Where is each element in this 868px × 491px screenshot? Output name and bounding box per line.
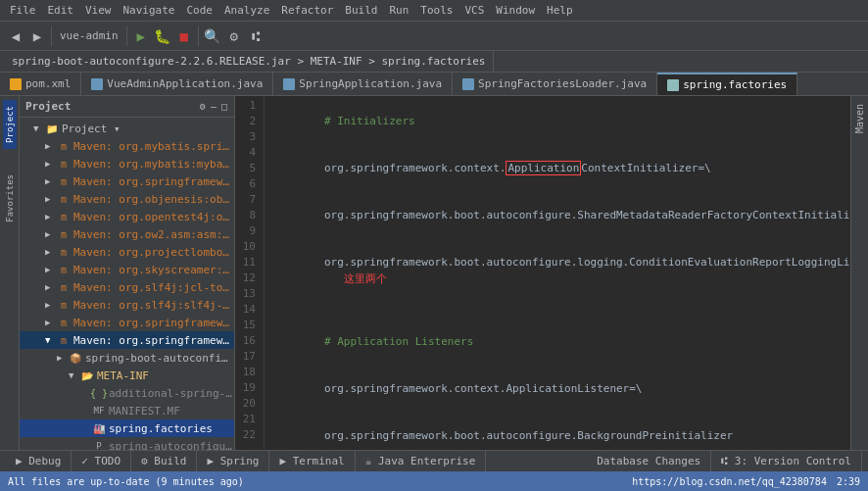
tl6: Maven: org.ow2.asm:asm:5.0.4 xyxy=(73,228,232,241)
tree-item-jar[interactable]: ▶ 📦 spring-boot-autoconfigure-2.2.6.RELE… xyxy=(20,349,234,367)
menubar-help[interactable]: Help xyxy=(541,2,579,19)
tree-item-project[interactable]: ▼ 📁 Project ▾ xyxy=(20,120,234,137)
tree-item-additional-spring[interactable]: { } additional-spring-configuration-meta… xyxy=(20,384,234,402)
right-panel-tabs: Maven xyxy=(850,96,868,450)
ta7: ▶ xyxy=(45,247,57,257)
tree-item-meta-inf[interactable]: ▼ 📂 META-INF xyxy=(20,367,234,384)
menubar-view[interactable]: View xyxy=(79,2,118,19)
tree-item-lombok[interactable]: ▶ m Maven: org.projectlombok:lombok:1.18… xyxy=(20,243,234,261)
maven-icon-8: m xyxy=(57,263,71,276)
tl3: Maven: org.springframework.boot:spring-b… xyxy=(73,175,232,188)
toolbar-project-label: vue-admin xyxy=(56,29,122,42)
sidebar-icon-expand[interactable]: □ xyxy=(220,100,228,113)
manifest-icon: MF xyxy=(92,404,106,417)
ta9: ▶ xyxy=(45,282,57,292)
tab-spring-factories-loader[interactable]: SpringFactoriesLoader.java xyxy=(453,73,657,95)
menubar-refactor[interactable]: Refactor xyxy=(275,2,339,19)
bottom-tab-version-control[interactable]: ⑆ 3: Version Control xyxy=(711,451,862,472)
line-num-13: 13 xyxy=(239,286,256,302)
toolbar-icon-debug[interactable]: 🐛 xyxy=(153,26,172,46)
tl4: Maven: org.objenesis:objenesis:2.6 xyxy=(73,193,232,206)
menubar-window[interactable]: Window xyxy=(490,2,541,19)
tree-item-springboot226[interactable]: ▶ m Maven: org.springframework.boot:spri… xyxy=(20,314,234,331)
tree-item-mybatis1[interactable]: ▶ m Maven: org.mybatis.spring:mybatis-sp… xyxy=(20,137,234,155)
java-icon-1 xyxy=(91,78,103,90)
code-line2-pre: org.springframework.context. xyxy=(324,162,506,174)
bottom-tab-debug[interactable]: ▶ Debug xyxy=(6,451,72,472)
bottom-tab-build[interactable]: ⚙ Build xyxy=(131,451,197,472)
properties-icon: P xyxy=(92,439,106,450)
code-line-1: # Initializers xyxy=(272,98,843,145)
tree-item-autoconfigure-metadata[interactable]: P spring-autoconfigure-metadata.properti… xyxy=(20,437,234,450)
tree-item-opentest[interactable]: ▶ m Maven: org.opentest4j:opentest4j:1.2… xyxy=(20,208,234,225)
toolbar-icon-stop[interactable]: ■ xyxy=(174,26,194,46)
line-num-1: 1 xyxy=(239,98,256,114)
tab-spring-application[interactable]: SpringApplication.java xyxy=(273,73,453,95)
menubar-navigate[interactable]: Navigate xyxy=(118,2,181,19)
maven-icon-7: m xyxy=(57,245,71,259)
sidebar-tree: ▼ 📁 Project ▾ ▶ m Maven: org.mybatis.spr… xyxy=(20,118,234,450)
menubar-run[interactable]: Run xyxy=(383,2,414,19)
status-text-left: All files are up-to-date (9 minutes ago) xyxy=(8,476,244,487)
bottom-tab-terminal[interactable]: ▶ Terminal xyxy=(269,451,355,472)
code-line7: org.springframework.context.ApplicationL… xyxy=(324,382,643,395)
toolbar-icon-back[interactable]: ◀ xyxy=(6,26,25,46)
menubar-file[interactable]: File xyxy=(4,2,42,19)
breadcrumb: spring-boot-autoconfigure-2.2.6.RELEASE.… xyxy=(4,51,494,72)
bottom-tab-todo[interactable]: ✓ TODO xyxy=(72,451,131,472)
bottom-tab-database-changes[interactable]: Database Changes xyxy=(587,451,711,472)
toolbar-icon-forward[interactable]: ▶ xyxy=(27,26,47,46)
annotation-chinese: 这里两个 xyxy=(344,272,387,284)
tree-item-manifest[interactable]: MF MANIFEST.MF xyxy=(20,402,234,419)
tree-item-objenesis[interactable]: ▶ m Maven: org.objenesis:objenesis:2.6 xyxy=(20,190,234,208)
menubar-tools[interactable]: Tools xyxy=(414,2,458,19)
tree-item-jsonassert[interactable]: ▶ m Maven: org.skyscreamer:jsonassert:1.… xyxy=(20,261,234,278)
status-right: https://blog.csdn.net/qq_42380784 2:39 xyxy=(632,476,860,487)
menubar-build[interactable]: Build xyxy=(339,2,383,19)
toolbar-icon-search[interactable]: 🔍 xyxy=(203,26,222,46)
menubar-code[interactable]: Code xyxy=(180,2,218,19)
bottom-tab-java-enterprise[interactable]: ☕ Java Enterprise xyxy=(356,451,487,472)
left-tab-favorites[interactable]: Favorites xyxy=(3,169,17,228)
sidebar-icon-gear[interactable]: ⚙ xyxy=(199,100,207,113)
code-content[interactable]: # Initializers org.springframework.conte… xyxy=(265,96,850,450)
folder-icon: 📁 xyxy=(45,122,59,135)
line-num-11: 11 xyxy=(239,255,256,270)
left-tab-project[interactable]: Project xyxy=(3,100,17,149)
editor-area: 1 2 3 4 5 6 7 8 9 10 11 12 13 14 15 16 1… xyxy=(235,96,850,450)
sidebar-icon-collapse[interactable]: — xyxy=(210,100,217,113)
code-line-4: org.springframework.boot.autoconfigure.l… xyxy=(272,239,843,303)
tab-vue-admin-application[interactable]: VueAdminApplication.java xyxy=(81,73,273,95)
tab-spring-app-label: SpringApplication.java xyxy=(299,77,442,90)
tl17: spring.factories xyxy=(109,422,213,435)
code-line2-post: ContextInitializer=\ xyxy=(581,162,710,174)
right-tab-maven[interactable]: Maven xyxy=(852,100,867,137)
menubar-edit[interactable]: Edit xyxy=(42,2,80,19)
bottom-tab-spring[interactable]: ▶ Spring xyxy=(197,451,269,472)
tree-item-slf4j[interactable]: ▶ m Maven: org.slf4j:slf4j-api:1.7.30 xyxy=(20,296,234,314)
menubar-vcs[interactable]: VCS xyxy=(458,2,490,19)
tree-item-asm[interactable]: ▶ m Maven: org.ow2.asm:asm:5.0.4 xyxy=(20,225,234,243)
tab-pom-xml[interactable]: pom.xml xyxy=(0,73,81,95)
maven-icon-3: m xyxy=(57,174,71,188)
bottom-tabs: ▶ Debug ✓ TODO ⚙ Build ▶ Spring ▶ Termin… xyxy=(6,451,486,472)
tree-item-autoconfigure-root[interactable]: ▼ m Maven: org.springframework.boot:spri… xyxy=(20,331,234,349)
menubar: File Edit View Navigate Code Analyze Ref… xyxy=(0,0,868,22)
line-num-5: 5 xyxy=(239,161,256,176)
tree-item-springboot1[interactable]: ▶ m Maven: org.springframework.boot:spri… xyxy=(20,172,234,190)
tree-item-spring-factories[interactable]: 🏭 spring.factories xyxy=(20,419,234,437)
toolbar-separator-3 xyxy=(198,26,199,46)
tree-item-mybatis2[interactable]: ▶ m Maven: org.mybatis:mybatis:3.5.5 xyxy=(20,155,234,172)
tl7: Maven: org.projectlombok:lombok:1.18.12 xyxy=(73,246,232,259)
menubar-analyze[interactable]: Analyze xyxy=(218,2,275,19)
maven-icon-12: m xyxy=(57,333,71,347)
tree-item-jcl[interactable]: ▶ m Maven: org.slf4j:jcl-to-slf4j:1.7.30 xyxy=(20,278,234,296)
toolbar-icon-vcs[interactable]: ⑆ xyxy=(246,26,265,46)
toolbar-icon-run[interactable]: ▶ xyxy=(131,26,151,46)
file-tabs: pom.xml VueAdminApplication.java SpringA… xyxy=(0,73,868,96)
ta8: ▶ xyxy=(45,265,57,274)
toolbar-icon-gear[interactable]: ⚙ xyxy=(224,26,244,46)
tab-spring-factories[interactable]: spring.factories xyxy=(657,73,797,95)
tl10: Maven: org.slf4j:slf4j-api:1.7.30 xyxy=(73,299,232,312)
bottom-right-tabs: Database Changes ⑆ 3: Version Control xyxy=(587,451,862,472)
